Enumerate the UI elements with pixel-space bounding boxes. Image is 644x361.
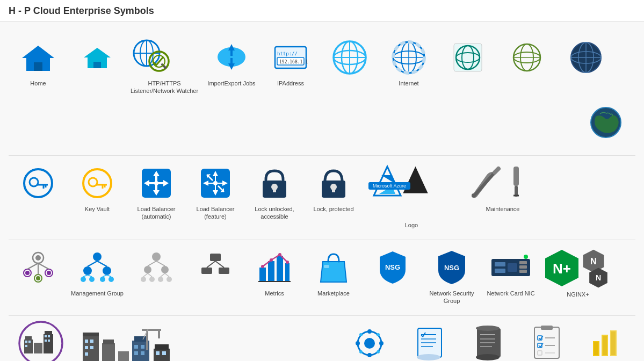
svg-line-125 (161, 273, 165, 277)
svg-rect-232 (534, 327, 559, 358)
icon-marketplace-label: Marketplace (317, 290, 350, 297)
icon-key-vault-blue (9, 160, 68, 210)
svg-rect-32 (454, 44, 482, 71)
svg-point-138 (270, 258, 273, 262)
svg-line-86 (495, 169, 498, 172)
svg-rect-3 (93, 62, 101, 68)
svg-line-130 (207, 261, 215, 268)
icon-ipaddress: http:// 192.168.1.1 IPAddress (261, 34, 320, 91)
svg-point-93 (25, 271, 30, 275)
svg-point-211 (379, 341, 383, 345)
icon-load-balancer-auto-label: Load Balancer (automatic) (129, 205, 184, 221)
icon-network-card-nic: Network Card NIC (481, 244, 540, 301)
svg-point-114 (152, 252, 161, 261)
icon-checklist (517, 320, 576, 361)
svg-point-151 (524, 255, 528, 259)
icon-globe-dark (556, 34, 616, 84)
svg-point-214 (359, 350, 363, 353)
svg-rect-164 (25, 341, 27, 343)
icon-marketplace: Marketplace (304, 244, 363, 301)
icon-load-balancer-feature-label: Load Balancer (feature) (188, 205, 243, 221)
icon-policy-scroll2: Policy (458, 320, 517, 361)
svg-point-107 (89, 277, 95, 282)
icon-mgmt-group2-label: Management Group (71, 290, 124, 297)
icon-internet-label: Internet (399, 80, 418, 87)
svg-rect-189 (134, 345, 138, 349)
svg-point-109 (108, 277, 114, 282)
svg-rect-185 (90, 340, 93, 343)
svg-point-97 (36, 276, 40, 280)
svg-point-137 (261, 265, 264, 268)
svg-rect-244 (594, 342, 598, 355)
svg-text:N: N (590, 256, 597, 266)
icon-home: Home (9, 34, 68, 91)
svg-rect-162 (45, 331, 52, 335)
svg-rect-193 (156, 351, 160, 355)
icon-lock-unlocked-label: Lock unlocked, accessible (247, 205, 302, 221)
svg-point-227 (476, 326, 500, 331)
svg-rect-194 (162, 351, 166, 355)
svg-point-49 (30, 178, 38, 186)
svg-point-73 (213, 181, 218, 185)
svg-rect-134 (277, 256, 283, 281)
icon-home-label: Home (30, 80, 46, 87)
svg-rect-149 (519, 270, 527, 273)
svg-point-54 (89, 178, 97, 186)
svg-rect-187 (90, 346, 93, 349)
svg-rect-245 (603, 336, 607, 355)
svg-line-124 (148, 273, 152, 277)
icon-buildings (73, 320, 191, 361)
svg-rect-179 (142, 329, 161, 331)
svg-rect-146 (495, 269, 505, 273)
svg-line-123 (143, 273, 148, 277)
svg-rect-128 (201, 268, 212, 274)
icon-metrics: Metrics (245, 244, 304, 301)
svg-rect-163 (34, 343, 42, 353)
icon-power-bi: Power BI (576, 320, 635, 361)
svg-rect-234 (541, 326, 553, 330)
svg-point-139 (278, 253, 281, 256)
svg-rect-177 (134, 336, 147, 342)
svg-rect-79 (332, 187, 335, 192)
svg-rect-150 (508, 263, 517, 272)
svg-point-215 (377, 350, 380, 353)
icon-maintenance-label: Maintenance (486, 205, 520, 213)
icon-network-card-nic-label: Network Card NIC (487, 290, 534, 297)
svg-rect-191 (134, 351, 138, 355)
row-2: Key Vault Load Balancer (automatic) (9, 156, 635, 240)
icon-key-vault-yellow-label: Key Vault (85, 205, 110, 213)
icon-mgmt-group3 (127, 244, 186, 294)
svg-line-99 (38, 263, 49, 269)
row-1: Home (9, 30, 635, 156)
svg-point-209 (367, 353, 372, 357)
svg-rect-174 (103, 340, 114, 344)
svg-rect-147 (519, 261, 527, 264)
svg-rect-76 (273, 187, 276, 192)
icon-metrics-label: Metrics (265, 290, 284, 297)
svg-point-102 (83, 266, 92, 275)
icon-lock-protected: Lock, protected (304, 160, 363, 217)
svg-rect-87 (513, 167, 519, 186)
svg-rect-127 (210, 254, 221, 261)
svg-point-95 (47, 271, 51, 275)
svg-text:NSG: NSG (385, 263, 400, 271)
icon-nginx: N+ N N NGINX+ (540, 244, 616, 302)
svg-point-101 (93, 252, 102, 261)
svg-rect-172 (83, 333, 99, 336)
svg-point-116 (161, 266, 169, 273)
icon-nsg2-label: Network Security Group (424, 290, 479, 305)
svg-rect-145 (495, 262, 505, 266)
svg-point-208 (367, 329, 372, 334)
svg-point-115 (144, 266, 151, 273)
svg-text:N+: N+ (553, 261, 571, 277)
svg-rect-1 (34, 62, 42, 71)
svg-rect-141 (324, 265, 329, 268)
svg-point-140 (286, 261, 289, 264)
svg-point-108 (100, 277, 105, 282)
svg-point-226 (476, 354, 500, 360)
svg-rect-192 (141, 351, 144, 355)
svg-rect-181 (158, 331, 160, 338)
svg-point-106 (81, 277, 86, 282)
svg-line-112 (103, 275, 107, 277)
icon-nsg1: NSG (363, 244, 422, 294)
